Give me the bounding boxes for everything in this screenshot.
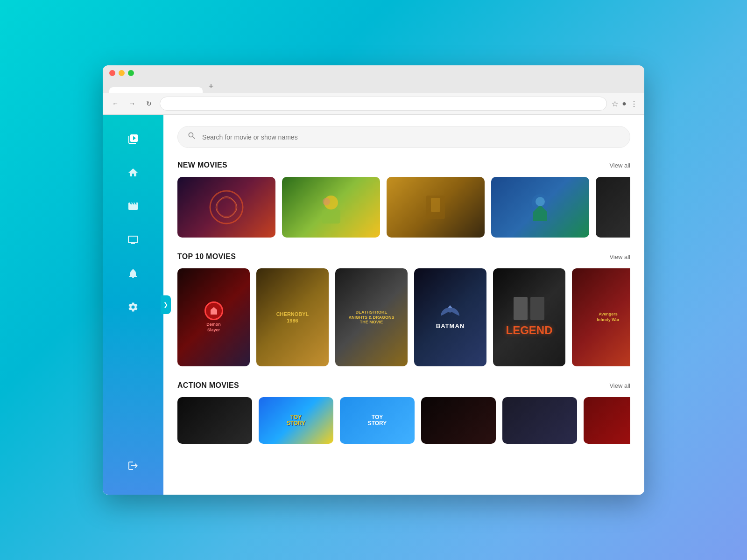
new-movies-header: NEW MOVIES View all bbox=[177, 161, 630, 169]
action-movies-row: TOYSTORY TOYSTORY bbox=[177, 397, 630, 444]
svg-point-1 bbox=[217, 198, 236, 217]
search-icon bbox=[187, 131, 197, 143]
top10-view-all[interactable]: View all bbox=[609, 253, 630, 260]
minimize-button[interactable] bbox=[119, 70, 125, 76]
top10-header: TOP 10 MOVIES View all bbox=[177, 252, 630, 261]
search-container[interactable] bbox=[177, 126, 630, 148]
monitor-icon bbox=[127, 234, 139, 245]
forward-button[interactable]: → bbox=[126, 98, 138, 110]
svg-point-8 bbox=[536, 197, 545, 206]
movie-card-chernobyl[interactable]: CHERNOBYL1986 bbox=[256, 268, 329, 366]
sidebar: ❯ bbox=[103, 115, 163, 495]
new-movies-view-all[interactable]: View all bbox=[609, 162, 630, 169]
browser-window: + ← → ↻ ☆ ● ⋮ ❯ bbox=[103, 65, 644, 495]
action-movies-section: ACTION MOVIES View all TOYSTORY TOYST bbox=[177, 381, 630, 444]
magnifier-icon bbox=[187, 131, 197, 140]
sidebar-item-logout[interactable] bbox=[123, 455, 143, 476]
back-button[interactable]: ← bbox=[109, 98, 121, 110]
svg-rect-3 bbox=[322, 210, 340, 224]
refresh-button[interactable]: ↻ bbox=[143, 98, 155, 110]
maximize-button[interactable] bbox=[128, 70, 134, 76]
more-icon[interactable]: ⋮ bbox=[630, 99, 638, 108]
new-movies-row bbox=[177, 177, 630, 238]
main-content: NEW MOVIES View all bbox=[163, 115, 644, 495]
movie-card-toy-story-action[interactable]: TOYSTORY bbox=[259, 397, 333, 444]
traffic-lights bbox=[109, 70, 638, 76]
toolbar-right: ☆ ● ⋮ bbox=[612, 99, 638, 108]
movie-card-demon-slayer[interactable]: DemonSlayer bbox=[177, 268, 250, 366]
action-movies-view-all[interactable]: View all bbox=[609, 382, 630, 389]
profile-icon[interactable]: ● bbox=[622, 99, 627, 108]
action-movies-header: ACTION MOVIES View all bbox=[177, 381, 630, 390]
sidebar-items bbox=[103, 124, 163, 322]
new-tab-button[interactable]: + bbox=[204, 80, 218, 93]
bookmark-icon[interactable]: ☆ bbox=[612, 99, 618, 108]
sidebar-item-movies[interactable] bbox=[123, 129, 143, 149]
sidebar-bottom bbox=[123, 455, 143, 485]
clapper-icon bbox=[127, 133, 139, 145]
top10-section: TOP 10 MOVIES View all DemonSlayer bbox=[177, 252, 630, 366]
app-container: ❯ bbox=[103, 115, 644, 495]
new-movies-title: NEW MOVIES bbox=[177, 161, 227, 169]
sidebar-item-cinema[interactable] bbox=[123, 196, 143, 217]
movie-card-action5[interactable] bbox=[502, 397, 577, 444]
film-icon bbox=[127, 201, 139, 212]
bell-icon bbox=[127, 268, 139, 279]
movie-card-action4[interactable] bbox=[421, 397, 496, 444]
browser-tabs: + bbox=[109, 80, 638, 93]
browser-toolbar: ← → ↻ ☆ ● ⋮ bbox=[103, 93, 644, 115]
svg-rect-6 bbox=[431, 198, 440, 212]
movie-card-my-hero[interactable] bbox=[491, 177, 589, 238]
movie-card-action6[interactable] bbox=[584, 397, 630, 444]
home-icon bbox=[127, 167, 139, 178]
svg-point-0 bbox=[210, 191, 243, 224]
movie-card-avengers[interactable]: AvengersInfinity War bbox=[572, 268, 630, 366]
settings-icon bbox=[127, 301, 139, 313]
top10-movies-row: DemonSlayer CHERNOBYL1986 DEATHSTROKEKN bbox=[177, 268, 630, 366]
logout-icon bbox=[127, 460, 139, 471]
svg-point-4 bbox=[323, 198, 330, 205]
movie-card-deathstroke[interactable]: DEATHSTROKEKNIGHTS & DRAGONSTHE MOVIE bbox=[335, 268, 408, 366]
sidebar-toggle[interactable]: ❯ bbox=[161, 295, 171, 314]
sidebar-item-home[interactable] bbox=[123, 162, 143, 183]
action-movies-title: ACTION MOVIES bbox=[177, 381, 239, 390]
movie-card-knives-out[interactable] bbox=[387, 177, 485, 238]
address-bar[interactable] bbox=[160, 97, 607, 111]
search-input[interactable] bbox=[202, 133, 620, 141]
browser-titlebar: + bbox=[103, 65, 644, 93]
movie-card-encanto[interactable] bbox=[282, 177, 380, 238]
chevron-right-icon: ❯ bbox=[163, 301, 168, 308]
movie-card-doctor-strange[interactable] bbox=[177, 177, 275, 238]
movie-card-legend[interactable]: LEGEND bbox=[493, 268, 565, 366]
top10-title: TOP 10 MOVIES bbox=[177, 252, 236, 261]
movie-card-action1[interactable] bbox=[177, 397, 252, 444]
movie-card-dark5[interactable] bbox=[596, 177, 630, 238]
movie-card-batman[interactable]: BATMAN bbox=[414, 268, 486, 366]
browser-tab[interactable] bbox=[109, 87, 203, 93]
sidebar-item-notifications[interactable] bbox=[123, 263, 143, 284]
sidebar-item-tv[interactable] bbox=[123, 230, 143, 250]
movie-card-toy-story-2-action[interactable]: TOYSTORY bbox=[340, 397, 415, 444]
close-button[interactable] bbox=[109, 70, 115, 76]
sidebar-item-settings[interactable] bbox=[123, 297, 143, 317]
new-movies-section: NEW MOVIES View all bbox=[177, 161, 630, 238]
